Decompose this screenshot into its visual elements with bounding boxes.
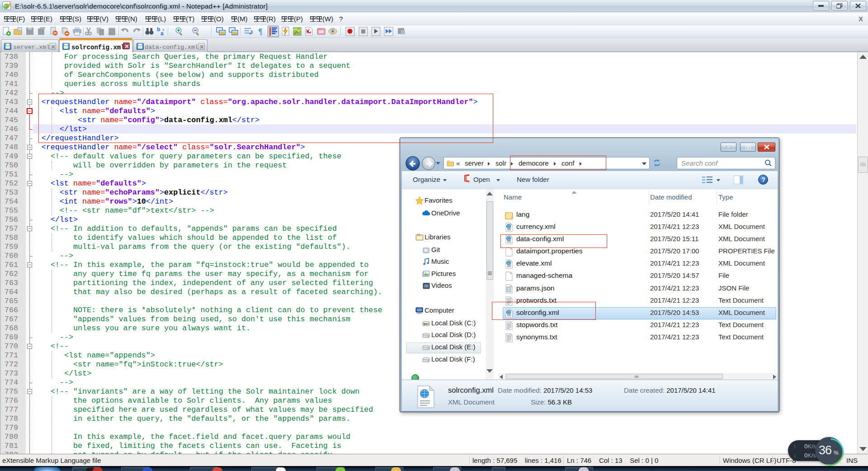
svg-text:b: b xyxy=(157,27,160,33)
svg-text:¶: ¶ xyxy=(258,27,263,36)
svg-text:a: a xyxy=(160,30,164,36)
